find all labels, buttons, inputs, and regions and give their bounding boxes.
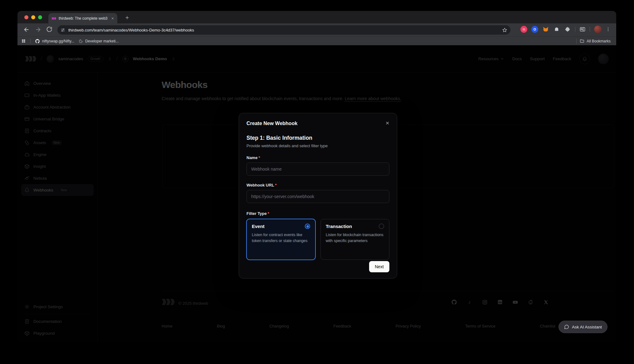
modal-title: Create New Webhook — [246, 121, 297, 126]
filter-option-transaction[interactable]: Transaction Listen for blockchain transa… — [320, 219, 389, 260]
webhook-name-input[interactable] — [246, 163, 389, 176]
browser-toolbar: thirdweb.com/team/saminacodes/Webhooks-D… — [17, 23, 616, 36]
side-panel-search-icon[interactable] — [579, 26, 586, 32]
all-bookmarks-label: All Bookmarks — [587, 39, 611, 43]
bookmark-item[interactable]: Developer marketi... — [79, 39, 119, 43]
step-subtitle: Provide webhook details and select filte… — [246, 143, 389, 148]
extension-wallet-icon[interactable] — [531, 26, 538, 33]
step-title: Step 1: Basic Information — [246, 135, 389, 141]
back-icon[interactable] — [23, 26, 31, 34]
browser-menu-icon[interactable] — [606, 27, 611, 32]
extension-pink-icon[interactable] — [520, 26, 527, 33]
required-marker: * — [258, 155, 260, 160]
metamask-icon[interactable] — [542, 26, 549, 33]
radio-selected-icon[interactable] — [305, 224, 310, 229]
browser-profile-avatar[interactable] — [594, 26, 602, 33]
apps-grid-icon[interactable] — [21, 39, 26, 43]
site-info-icon[interactable] — [61, 28, 65, 32]
url-text[interactable]: thirdweb.com/team/saminacodes/Webhooks-D… — [68, 28, 194, 32]
folder-icon — [580, 39, 584, 43]
traffic-lights — [24, 15, 42, 19]
tab-title: thirdweb: The complete web3 — [59, 16, 109, 21]
bookmark-label: Developer marketi... — [85, 39, 119, 43]
github-favicon — [35, 39, 40, 44]
required-marker: * — [268, 211, 269, 216]
browser-tab[interactable]: thirdweb: The complete web3 — [48, 13, 117, 23]
webhook-url-input[interactable] — [246, 190, 389, 203]
minimize-window-button[interactable] — [31, 15, 35, 19]
zoom-window-button[interactable] — [38, 15, 42, 19]
close-window-button[interactable] — [24, 15, 28, 19]
reload-icon[interactable] — [46, 26, 54, 34]
all-bookmarks-button[interactable]: All Bookmarks — [580, 39, 611, 43]
bookmark-item[interactable]: niftyswap.gg/Nifty... — [35, 39, 74, 44]
thirdweb-favicon — [51, 17, 56, 20]
bookmarks-bar: niftyswap.gg/Nifty... Developer marketi.… — [17, 36, 616, 45]
tab-close-icon[interactable] — [111, 17, 114, 20]
new-tab-button[interactable] — [123, 13, 131, 22]
browser-window: thirdweb: The complete web3 thirdweb.com… — [17, 11, 616, 342]
page-viewport: / saminacodes Growth / Webhooks Demo Re — [17, 45, 616, 342]
create-webhook-modal: Create New Webhook ✕ Step 1: Basic Infor… — [239, 113, 397, 279]
tab-strip: thirdweb: The complete web3 — [17, 11, 616, 23]
close-icon[interactable]: ✕ — [385, 121, 389, 125]
ask-ai-assistant-button[interactable]: Ask AI Assistant — [558, 321, 607, 333]
forward-icon[interactable] — [35, 26, 42, 34]
extensions-puzzle-icon[interactable] — [564, 26, 571, 33]
address-bar[interactable]: thirdweb.com/team/saminacodes/Webhooks-D… — [57, 25, 510, 35]
name-label: Name* — [246, 155, 389, 160]
required-marker: * — [275, 183, 277, 187]
radio-unselected-icon[interactable] — [379, 224, 384, 229]
bookmark-star-icon[interactable] — [502, 27, 507, 33]
filter-option-event[interactable]: Event Listen for contract events like to… — [246, 219, 315, 260]
crescent-favicon — [79, 39, 83, 43]
next-button[interactable]: Next — [369, 261, 389, 272]
webhook-url-label: Webhook URL* — [246, 183, 389, 187]
phantom-ghost-icon[interactable] — [553, 26, 560, 33]
filter-type-label: Filter Type* — [246, 211, 389, 216]
bookmark-label: niftyswap.gg/Nifty... — [42, 39, 74, 43]
chat-bubble-icon — [564, 324, 569, 329]
